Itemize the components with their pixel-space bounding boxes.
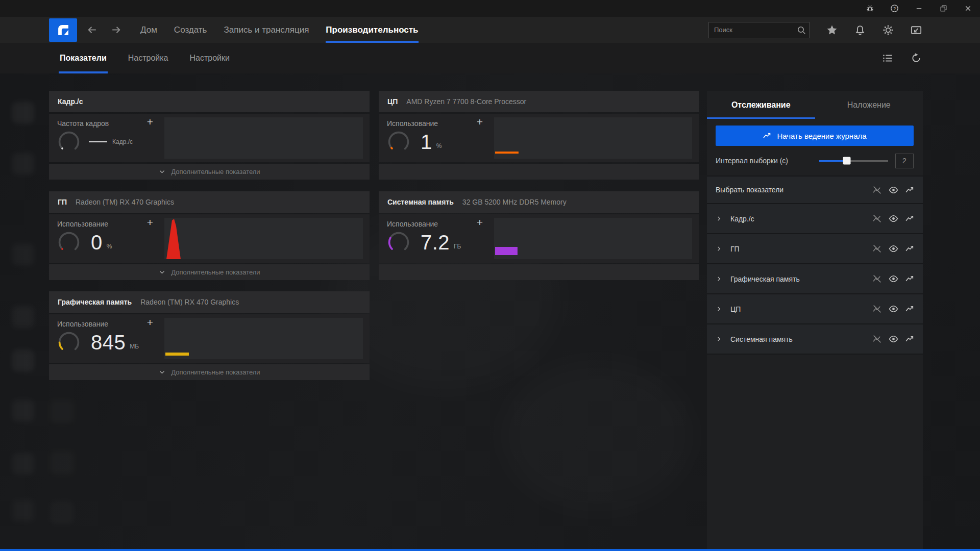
legend-line [89, 141, 107, 142]
ram-usage-trace [495, 247, 518, 255]
star-icon[interactable] [826, 24, 838, 36]
additional-metrics-expander[interactable]: Дополнительные показатели [49, 264, 370, 280]
sampling-interval-label: Интервал выборки (с) [716, 157, 788, 165]
trend-icon[interactable] [905, 244, 915, 254]
gpu-usage-value: 0 [91, 231, 103, 254]
reset-icon[interactable] [911, 53, 922, 64]
cpu-card: ЦП AMD Ryzen 7 7700 8-Core Processor Исп… [379, 91, 699, 180]
search-icon[interactable] [797, 26, 806, 35]
select-metrics-row[interactable]: Выбрать показатели [707, 176, 923, 204]
nav-item-label: Производительность [326, 25, 418, 35]
help-button[interactable] [882, 0, 906, 17]
help-icon [890, 4, 899, 13]
gear-icon[interactable] [883, 24, 894, 36]
nav-item-create[interactable]: Создать [174, 17, 207, 43]
cpu-gauge [387, 130, 410, 154]
amd-adrenalin-icon [54, 21, 72, 39]
cpu-graph [494, 117, 692, 159]
card-footer [379, 264, 699, 280]
metric-row-fps[interactable]: Кадр./с [707, 204, 923, 234]
nav-item-home[interactable]: Дом [140, 17, 157, 43]
bell-icon[interactable] [854, 24, 866, 36]
forward-arrow-icon[interactable] [110, 24, 122, 36]
additional-metrics-expander[interactable]: Дополнительные показатели [49, 364, 370, 380]
search-input[interactable] [708, 22, 810, 38]
trend-icon[interactable] [905, 304, 915, 314]
add-metric-button[interactable]: + [144, 316, 156, 329]
gpu-card: ГП Radeon (TM) RX 470 Graphics Использов… [49, 191, 370, 280]
back-arrow-icon[interactable] [86, 24, 98, 36]
slider-thumb[interactable] [843, 157, 851, 165]
tab-tuning[interactable]: Настройка [127, 43, 169, 73]
row-actions [872, 274, 915, 284]
chevron-down-icon [158, 268, 166, 276]
metric-row-cpu[interactable]: ЦП [707, 294, 923, 324]
add-metric-button[interactable]: + [474, 116, 486, 128]
chevron-down-icon [158, 168, 166, 176]
tab-overlay[interactable]: Наложение [815, 91, 923, 119]
add-metric-button[interactable]: + [144, 116, 156, 128]
list-view-icon[interactable] [882, 53, 893, 64]
trend-icon[interactable] [905, 274, 915, 284]
metric-row-gpu[interactable]: ГП [707, 234, 923, 264]
nav-item-record-stream[interactable]: Запись и трансляция [224, 17, 309, 43]
nav-item-label: Создать [174, 25, 207, 35]
chart-hidden-icon[interactable] [872, 304, 882, 314]
fps-graph [164, 117, 363, 159]
card-header: Кадр./с [49, 91, 370, 112]
trend-icon[interactable] [905, 214, 915, 223]
chevron-right-icon [716, 306, 722, 312]
close-icon [964, 4, 972, 13]
metric-row-label: Системная память [730, 335, 793, 343]
ram-card: Системная память 32 GB 5200 MHz DDR5 Mem… [379, 191, 699, 280]
cpu-usage-trace [495, 152, 519, 154]
card-header: ГП Radeon (TM) RX 470 Graphics [49, 191, 370, 213]
tab-settings[interactable]: Настройки [189, 43, 231, 73]
chart-hidden-icon[interactable] [872, 185, 882, 195]
ram-graph [494, 218, 692, 259]
restore-icon [939, 4, 948, 13]
add-metric-button[interactable]: + [474, 216, 486, 229]
nav-item-performance[interactable]: Производительность [326, 17, 418, 43]
chart-hidden-icon[interactable] [872, 244, 882, 254]
metric-panel: Частота кадров + Кадр./с [49, 114, 161, 162]
chart-hidden-icon[interactable] [872, 334, 882, 344]
tracking-sidebar: Отслеживание Наложение Начать ведение жу… [707, 91, 923, 549]
subtab-label: Настройки [190, 54, 230, 63]
card-body: Использование + 845 МБ [49, 314, 370, 363]
metric-row-ram[interactable]: Системная память [707, 324, 923, 355]
eye-icon[interactable] [889, 274, 898, 284]
overlay-panel-icon[interactable] [911, 24, 922, 36]
metric-row-vram[interactable]: Графическая память [707, 264, 923, 294]
trend-icon[interactable] [905, 185, 915, 195]
close-button[interactable] [955, 0, 980, 17]
tab-metrics[interactable]: Показатели [59, 43, 108, 73]
vram-graph [164, 318, 363, 359]
eye-icon[interactable] [889, 304, 898, 314]
subtab-actions [882, 43, 922, 73]
add-metric-button[interactable]: + [144, 216, 156, 229]
chart-hidden-icon[interactable] [872, 214, 882, 223]
minimize-button[interactable] [906, 0, 931, 17]
trend-icon[interactable] [905, 334, 915, 344]
restore-button[interactable] [931, 0, 955, 17]
chevron-right-icon [716, 276, 722, 282]
start-logging-button[interactable]: Начать ведение журнала [716, 126, 914, 146]
chart-hidden-icon[interactable] [872, 274, 882, 284]
bug-report-button[interactable] [857, 0, 882, 17]
eye-icon[interactable] [889, 214, 898, 223]
eye-icon[interactable] [889, 334, 898, 344]
bug-report-icon [866, 4, 874, 13]
row-actions [872, 334, 915, 344]
amd-logo[interactable] [49, 18, 77, 42]
sampling-interval-row: Интервал выборки (с) 2 [707, 146, 923, 176]
sampling-interval-value[interactable]: 2 [895, 154, 914, 168]
metric-label: Использование [387, 119, 438, 128]
additional-metrics-expander[interactable]: Дополнительные показатели [49, 164, 370, 180]
sampling-interval-slider[interactable] [819, 160, 888, 162]
metric-row-label: ГП [730, 245, 740, 253]
eye-icon[interactable] [889, 244, 898, 254]
tab-tracking[interactable]: Отслеживание [707, 91, 815, 119]
titlebar [0, 0, 980, 17]
eye-icon[interactable] [889, 185, 898, 195]
